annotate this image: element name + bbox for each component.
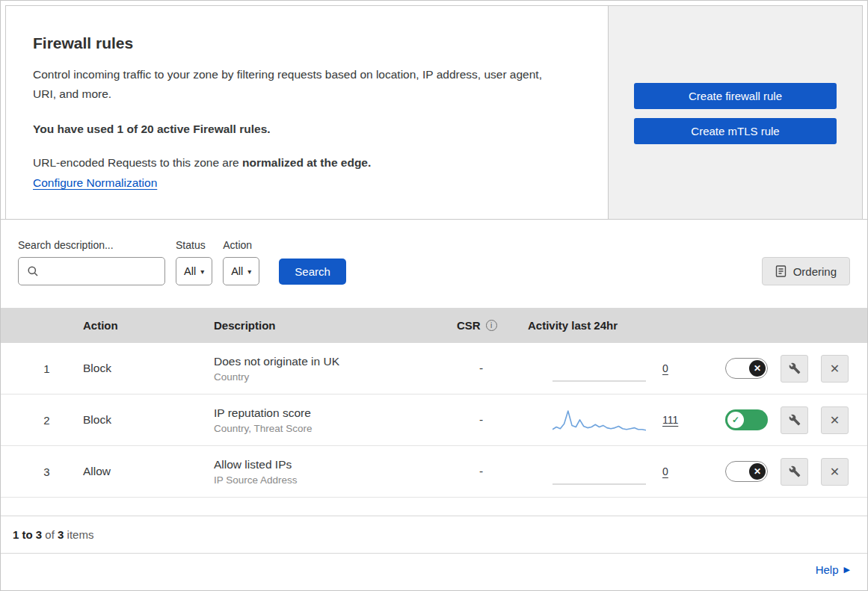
rule-filter-fields: Country, Threat Score bbox=[214, 423, 446, 434]
rule-action: Allow bbox=[72, 465, 203, 478]
create-mtls-rule-button[interactable]: Create mTLS rule bbox=[634, 118, 837, 144]
wrench-icon bbox=[789, 465, 801, 477]
close-icon: ✕ bbox=[830, 465, 840, 479]
help-link[interactable]: Help ▶ bbox=[816, 563, 850, 576]
rule-filter-fields: IP Source Address bbox=[214, 474, 446, 486]
search-button[interactable]: Search bbox=[279, 259, 346, 285]
create-firewall-rule-button[interactable]: Create firewall rule bbox=[634, 83, 837, 109]
rule-controls: ✓ ✕ bbox=[707, 406, 867, 434]
column-header-action: Action bbox=[72, 319, 203, 332]
info-icon[interactable]: i bbox=[486, 320, 497, 331]
normalization-text: URL-encoded Requests to this zone are bbox=[33, 156, 239, 169]
help-link-label: Help bbox=[816, 563, 839, 576]
activity-sparkline bbox=[552, 406, 646, 434]
usage-summary: You have used 1 of 20 active Firewall ru… bbox=[33, 123, 581, 136]
table-row: 1 Block Does not originate in UK Country… bbox=[1, 343, 867, 394]
toggle-knob-icon: ✓ bbox=[727, 412, 744, 428]
edit-rule-button[interactable] bbox=[781, 458, 808, 486]
rule-description: Allow listed IPs IP Source Address bbox=[203, 458, 446, 486]
edit-rule-button[interactable] bbox=[781, 355, 808, 383]
activity-count-link[interactable]: 0 bbox=[662, 362, 668, 374]
edit-rule-button[interactable] bbox=[781, 406, 808, 434]
wrench-icon bbox=[789, 414, 801, 426]
wrench-icon bbox=[789, 362, 801, 374]
normalization-bold: normalized at the edge. bbox=[242, 156, 371, 169]
toggle-knob-icon: ✕ bbox=[749, 360, 766, 377]
search-filter-group: Search description... bbox=[18, 239, 165, 285]
header-section: Firewall rules Control incoming traffic … bbox=[5, 5, 863, 219]
csr-header-label: CSR bbox=[457, 319, 481, 332]
rule-activity: 0 bbox=[517, 354, 707, 383]
rule-csr-value: - bbox=[446, 465, 517, 478]
rule-activity: 0 bbox=[517, 457, 707, 486]
page-description: Control incoming traffic to your zone by… bbox=[33, 65, 567, 104]
normalization-note: URL-encoded Requests to this zone are no… bbox=[33, 156, 581, 170]
delete-rule-button[interactable]: ✕ bbox=[821, 355, 849, 383]
action-filter-group: Action All ▾ bbox=[223, 239, 259, 285]
chevron-down-icon: ▾ bbox=[200, 267, 204, 276]
chevron-right-icon: ▶ bbox=[844, 565, 850, 575]
pagination-items-label: items bbox=[67, 528, 94, 541]
rule-filter-fields: Country bbox=[214, 371, 446, 383]
page-title: Firewall rules bbox=[33, 34, 581, 52]
pagination-of: of bbox=[45, 528, 55, 541]
firewall-rules-page: Firewall rules Control incoming traffic … bbox=[0, 0, 868, 591]
search-input-wrapper bbox=[18, 257, 165, 285]
ordering-icon bbox=[775, 265, 787, 277]
rule-enabled-toggle[interactable]: ✕ bbox=[725, 358, 768, 379]
status-filter-dropdown[interactable]: All ▾ bbox=[176, 257, 212, 285]
rule-priority: 1 bbox=[1, 362, 72, 375]
action-filter-label: Action bbox=[223, 239, 259, 251]
rule-description: IP reputation score Country, Threat Scor… bbox=[203, 406, 446, 434]
column-header-description: Description bbox=[203, 319, 446, 332]
delete-rule-button[interactable]: ✕ bbox=[821, 458, 849, 486]
rule-description-text: Allow listed IPs bbox=[214, 458, 446, 471]
table-row: 2 Block IP reputation score Country, Thr… bbox=[1, 394, 867, 446]
activity-count-link[interactable]: 0 bbox=[662, 465, 668, 477]
rule-csr-value: - bbox=[446, 362, 517, 375]
delete-rule-button[interactable]: ✕ bbox=[821, 406, 849, 434]
column-header-csr: CSR i bbox=[446, 319, 517, 332]
action-filter-value: All bbox=[231, 265, 243, 277]
close-icon: ✕ bbox=[830, 413, 840, 427]
rule-activity: 111 bbox=[517, 406, 707, 434]
rule-controls: ✕ ✕ bbox=[707, 355, 867, 383]
column-header-activity: Activity last 24hr bbox=[517, 319, 707, 332]
rule-priority: 2 bbox=[1, 414, 72, 427]
status-filter-label: Status bbox=[176, 239, 212, 251]
toggle-knob-icon: ✕ bbox=[749, 463, 766, 480]
table-row: 3 Allow Allow listed IPs IP Source Addre… bbox=[1, 446, 867, 498]
ordering-button-label: Ordering bbox=[793, 265, 837, 278]
pagination-total: 3 bbox=[58, 528, 64, 541]
close-icon: ✕ bbox=[830, 362, 840, 376]
rule-description-text: Does not originate in UK bbox=[214, 355, 446, 368]
pagination-summary: 1 to 3 of 3 items bbox=[1, 516, 867, 553]
ordering-button[interactable]: Ordering bbox=[762, 257, 850, 285]
rule-csr-value: - bbox=[446, 413, 517, 427]
status-filter-value: All bbox=[184, 265, 196, 277]
action-filter-dropdown[interactable]: All ▾ bbox=[223, 257, 259, 285]
rule-enabled-toggle[interactable]: ✕ bbox=[725, 461, 768, 482]
firewall-rules-info-card: Firewall rules Control incoming traffic … bbox=[6, 6, 609, 219]
actions-panel: Create firewall rule Create mTLS rule bbox=[609, 6, 862, 219]
rule-action: Block bbox=[72, 413, 203, 427]
activity-sparkline bbox=[552, 457, 646, 486]
table-header: Action Description CSR i Activity last 2… bbox=[1, 308, 867, 343]
search-icon bbox=[27, 265, 39, 277]
search-input[interactable] bbox=[44, 264, 158, 278]
configure-normalization-link[interactable]: Configure Normalization bbox=[33, 176, 157, 189]
pagination-range: 1 to 3 bbox=[13, 528, 42, 541]
rule-priority: 3 bbox=[1, 465, 72, 478]
activity-sparkline bbox=[552, 354, 646, 383]
rule-enabled-toggle[interactable]: ✓ bbox=[725, 409, 768, 430]
rule-description: Does not originate in UK Country bbox=[203, 355, 446, 383]
rule-description-text: IP reputation score bbox=[214, 406, 446, 420]
search-label: Search description... bbox=[18, 239, 165, 251]
activity-count-link[interactable]: 111 bbox=[662, 414, 678, 426]
chevron-down-icon: ▾ bbox=[247, 267, 251, 276]
rule-action: Block bbox=[72, 362, 203, 375]
status-filter-group: Status All ▾ bbox=[176, 239, 212, 285]
rule-controls: ✕ ✕ bbox=[707, 458, 867, 486]
help-bar: Help ▶ bbox=[1, 553, 867, 577]
filter-bar: Search description... Status All ▾ Actio… bbox=[1, 219, 867, 308]
